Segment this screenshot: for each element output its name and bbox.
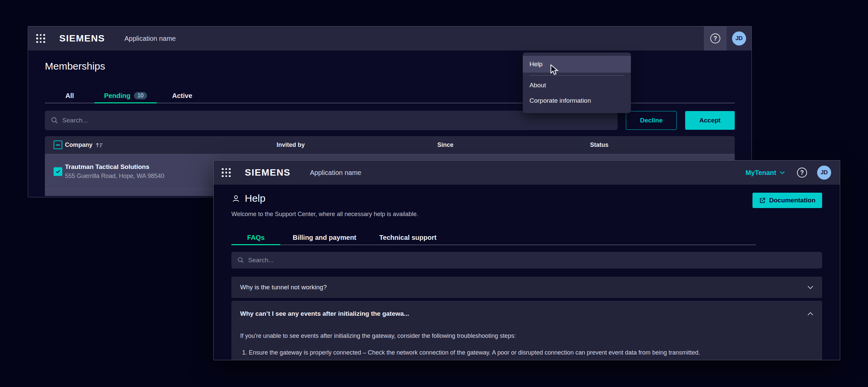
help-title-group: Help [231,193,266,204]
front-topbar: SIEMENS Application name MyTenant ? JD [214,161,840,185]
faq-item-header[interactable]: Why is the tunnel not working? [240,277,813,298]
faq-answer-step: 1. Ensure the gateway is properly connec… [240,348,813,357]
menu-item-about[interactable]: About [523,78,631,93]
help-subtitle: Welcome to the Support Center, where all… [231,211,822,218]
question-icon: ? [710,33,720,43]
tab-active[interactable]: Active [157,89,208,103]
chevron-up-icon[interactable] [807,312,813,316]
help-tabs: FAQs Billing and payment Technical suppo… [231,231,756,245]
row-checkbox[interactable] [54,167,62,176]
memberships-search-input[interactable] [62,117,612,124]
mouse-cursor [550,64,560,76]
tab-faqs-label: FAQs [247,234,265,242]
chevron-down-icon[interactable] [807,286,813,289]
app-launcher-icon[interactable] [222,168,231,177]
desktop: SIEMENS Application name ? JD Membership… [0,0,868,387]
tab-technical-label: Technical support [379,234,437,242]
checkmark-icon [56,169,61,174]
app-name: Application name [125,35,176,42]
documentation-label: Documentation [769,197,815,204]
column-since: Since [437,141,590,148]
tenant-selector[interactable]: MyTenant [745,169,785,177]
help-window: SIEMENS Application name MyTenant ? JD [213,160,840,360]
help-page-title: Help [245,193,266,204]
tab-active-label: Active [172,92,192,100]
column-status: Status [590,141,735,148]
tab-all-label: All [65,92,74,100]
tab-faqs[interactable]: FAQs [231,231,280,245]
column-company[interactable]: Company [65,141,277,148]
help-menu-button[interactable]: ? [704,27,727,50]
back-topbar: SIEMENS Application name ? JD [28,27,751,50]
faq-item-collapsed[interactable]: Why is the tunnel not working? [231,277,822,298]
faq-question: Why is the tunnel not working? [240,284,327,291]
siemens-logo: SIEMENS [245,167,291,178]
help-title-row: Help Documentation [231,193,822,208]
help-dropdown-menu: Help About Corporate information [523,52,631,113]
faq-item-header[interactable]: Why can’t I see any events after initial… [240,310,813,317]
app-name: Application name [310,169,361,177]
external-link-icon [759,197,766,204]
column-company-label: Company [65,141,92,148]
faq-question: Why can’t I see any events after initial… [240,310,409,317]
app-launcher-icon[interactable] [36,34,45,43]
faq-answer-intro: If you're unable to see events after ini… [240,331,813,340]
pending-count-badge: 10 [134,92,147,99]
tab-billing-and-payment[interactable]: Billing and payment [280,231,369,245]
faq-search[interactable] [231,252,822,269]
accept-button[interactable]: Accept [685,111,735,130]
search-icon [51,117,58,124]
memberships-tabs: All Pending 10 Active [45,89,735,103]
table-header: Company Invited by Since Status [45,136,735,153]
tab-pending[interactable]: Pending 10 [94,89,157,103]
siemens-logo: SIEMENS [59,33,105,44]
help-icon-button[interactable]: ? [797,168,807,178]
tab-technical-support[interactable]: Technical support [369,231,447,245]
tab-billing-label: Billing and payment [293,234,356,242]
avatar: JD [732,31,746,45]
decline-button[interactable]: Decline [626,111,677,130]
help-content: Help Documentation Welcome to the Suppor… [214,193,840,360]
list-controls: Decline Accept [45,111,735,130]
tenant-name: MyTenant [745,169,776,177]
sort-ascending-icon [96,142,103,148]
column-invited-by: Invited by [277,141,437,148]
menu-divider [529,75,624,76]
select-all-checkbox[interactable] [54,140,62,149]
support-person-icon [231,194,241,203]
documentation-button[interactable]: Documentation [752,193,822,208]
chevron-down-icon [780,171,785,174]
search-icon [238,257,244,263]
tab-all[interactable]: All [45,89,94,103]
faq-search-input[interactable] [248,256,816,264]
faq-item-expanded: Why can’t I see any events after initial… [231,301,822,360]
memberships-search[interactable] [45,111,618,130]
user-menu-button[interactable]: JD [727,27,751,50]
user-menu-button[interactable]: JD [817,166,831,180]
page-title: Memberships [45,61,735,72]
tab-pending-label: Pending [104,92,131,100]
menu-item-help[interactable]: Help [523,56,631,73]
menu-item-corporate-information[interactable]: Corporate information [523,93,631,108]
